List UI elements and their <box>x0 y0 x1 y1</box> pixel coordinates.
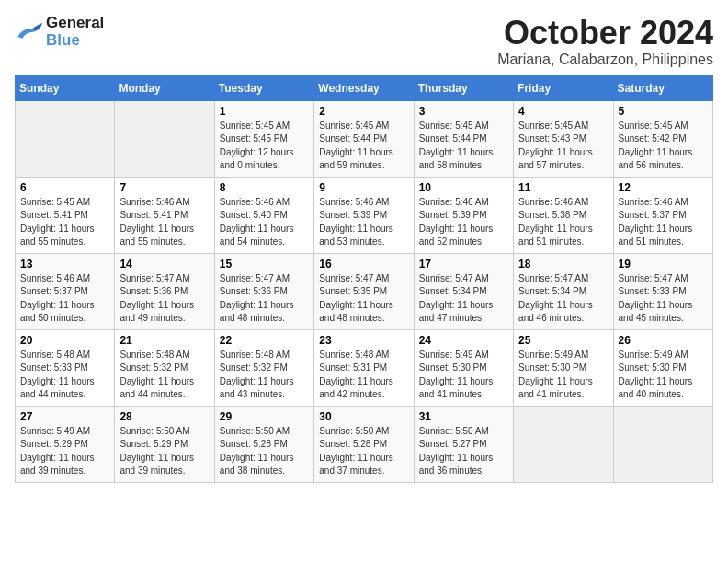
day-info: Sunrise: 5:49 AMSunset: 5:30 PMDaylight:… <box>619 349 708 402</box>
day-info: Sunrise: 5:48 AMSunset: 5:31 PMDaylight:… <box>319 349 408 402</box>
calendar-day-cell: 27Sunrise: 5:49 AMSunset: 5:29 PMDayligh… <box>16 406 115 482</box>
calendar-day-cell: 14Sunrise: 5:47 AMSunset: 5:36 PMDayligh… <box>115 253 214 329</box>
daylight-text: Daylight: 11 hours and 53 minutes. <box>319 224 393 247</box>
day-number: 31 <box>419 410 508 423</box>
calendar-day-cell: 30Sunrise: 5:50 AMSunset: 5:28 PMDayligh… <box>314 406 414 482</box>
daylight-text: Daylight: 11 hours and 52 minutes. <box>419 224 494 247</box>
day-info: Sunrise: 5:45 AMSunset: 5:45 PMDaylight:… <box>220 120 309 173</box>
calendar-day-cell <box>613 406 712 482</box>
calendar-day-cell: 29Sunrise: 5:50 AMSunset: 5:28 PMDayligh… <box>214 406 313 482</box>
sunset-text: Sunset: 5:35 PM <box>319 286 387 296</box>
sunrise-text: Sunrise: 5:47 AM <box>619 273 688 283</box>
daylight-text: Daylight: 11 hours and 42 minutes. <box>319 376 393 400</box>
day-number: 1 <box>220 105 309 118</box>
calendar-day-cell: 13Sunrise: 5:46 AMSunset: 5:37 PMDayligh… <box>16 253 115 329</box>
sunset-text: Sunset: 5:44 PM <box>319 133 387 144</box>
sunrise-text: Sunrise: 5:45 AM <box>319 121 389 131</box>
calendar-day-cell: 12Sunrise: 5:46 AMSunset: 5:37 PMDayligh… <box>613 177 712 253</box>
sunset-text: Sunset: 5:27 PM <box>419 439 487 449</box>
day-number: 6 <box>20 181 109 194</box>
calendar-week-row: 1Sunrise: 5:45 AMSunset: 5:45 PMDaylight… <box>16 100 713 177</box>
calendar-header-cell: Saturday <box>613 75 712 100</box>
daylight-text: Daylight: 11 hours and 49 minutes. <box>119 300 194 324</box>
calendar-day-cell <box>514 406 613 482</box>
day-info: Sunrise: 5:46 AMSunset: 5:38 PMDaylight:… <box>518 196 608 249</box>
sunset-text: Sunset: 5:41 PM <box>20 210 88 220</box>
daylight-text: Daylight: 12 hours and 0 minutes. <box>220 147 294 171</box>
daylight-text: Daylight: 11 hours and 48 minutes. <box>319 300 393 324</box>
sunrise-text: Sunrise: 5:48 AM <box>319 350 389 360</box>
daylight-text: Daylight: 11 hours and 38 minutes. <box>220 453 294 477</box>
sunset-text: Sunset: 5:33 PM <box>20 362 88 373</box>
daylight-text: Daylight: 11 hours and 59 minutes. <box>319 147 393 171</box>
calendar-week-row: 27Sunrise: 5:49 AMSunset: 5:29 PMDayligh… <box>16 406 713 482</box>
sunset-text: Sunset: 5:37 PM <box>20 286 88 296</box>
sunset-text: Sunset: 5:44 PM <box>419 133 487 144</box>
sunset-text: Sunset: 5:32 PM <box>220 362 288 373</box>
sunrise-text: Sunrise: 5:46 AM <box>119 197 189 207</box>
day-info: Sunrise: 5:50 AMSunset: 5:27 PMDaylight:… <box>419 425 508 478</box>
day-info: Sunrise: 5:46 AMSunset: 5:39 PMDaylight:… <box>419 196 508 249</box>
sunrise-text: Sunrise: 5:49 AM <box>619 350 688 360</box>
daylight-text: Daylight: 11 hours and 39 minutes. <box>20 453 95 477</box>
sunrise-text: Sunrise: 5:46 AM <box>419 197 489 207</box>
sunrise-text: Sunrise: 5:48 AM <box>20 350 90 360</box>
sunrise-text: Sunrise: 5:47 AM <box>419 273 489 283</box>
month-title: October 2024 <box>497 15 713 52</box>
calendar-day-cell: 31Sunrise: 5:50 AMSunset: 5:27 PMDayligh… <box>414 406 513 482</box>
sunrise-text: Sunrise: 5:50 AM <box>119 426 189 436</box>
calendar-day-cell: 3Sunrise: 5:45 AMSunset: 5:44 PMDaylight… <box>414 100 513 177</box>
day-info: Sunrise: 5:46 AMSunset: 5:37 PMDaylight:… <box>20 272 109 326</box>
sunset-text: Sunset: 5:40 PM <box>220 210 288 220</box>
daylight-text: Daylight: 11 hours and 57 minutes. <box>518 147 593 171</box>
daylight-text: Daylight: 11 hours and 43 minutes. <box>220 376 294 400</box>
day-info: Sunrise: 5:48 AMSunset: 5:32 PMDaylight:… <box>220 349 309 402</box>
day-info: Sunrise: 5:46 AMSunset: 5:40 PMDaylight:… <box>220 196 309 249</box>
sunrise-text: Sunrise: 5:46 AM <box>220 197 290 207</box>
calendar-week-row: 6Sunrise: 5:45 AMSunset: 5:41 PMDaylight… <box>16 177 713 253</box>
sunrise-text: Sunrise: 5:50 AM <box>220 426 290 436</box>
day-info: Sunrise: 5:46 AMSunset: 5:37 PMDaylight:… <box>619 196 708 249</box>
calendar-week-row: 20Sunrise: 5:48 AMSunset: 5:33 PMDayligh… <box>16 329 713 406</box>
daylight-text: Daylight: 11 hours and 56 minutes. <box>619 147 693 171</box>
daylight-text: Daylight: 11 hours and 50 minutes. <box>20 300 95 324</box>
calendar-day-cell: 28Sunrise: 5:50 AMSunset: 5:29 PMDayligh… <box>115 406 214 482</box>
day-number: 12 <box>619 181 708 194</box>
calendar-day-cell: 24Sunrise: 5:49 AMSunset: 5:30 PMDayligh… <box>414 329 513 406</box>
calendar-day-cell: 19Sunrise: 5:47 AMSunset: 5:33 PMDayligh… <box>613 253 712 329</box>
daylight-text: Daylight: 11 hours and 47 minutes. <box>419 300 494 324</box>
day-info: Sunrise: 5:47 AMSunset: 5:36 PMDaylight:… <box>220 272 309 326</box>
calendar-day-cell: 16Sunrise: 5:47 AMSunset: 5:35 PMDayligh… <box>314 253 414 329</box>
calendar-day-cell: 17Sunrise: 5:47 AMSunset: 5:34 PMDayligh… <box>414 253 513 329</box>
sunset-text: Sunset: 5:28 PM <box>220 439 288 449</box>
day-number: 29 <box>220 410 309 423</box>
day-number: 26 <box>619 334 708 347</box>
day-number: 25 <box>518 334 608 347</box>
calendar-day-cell: 6Sunrise: 5:45 AMSunset: 5:41 PMDaylight… <box>16 177 115 253</box>
sunset-text: Sunset: 5:34 PM <box>419 286 487 296</box>
calendar-body: 1Sunrise: 5:45 AMSunset: 5:45 PMDaylight… <box>16 100 713 482</box>
sunset-text: Sunset: 5:33 PM <box>619 286 687 296</box>
calendar-day-cell: 2Sunrise: 5:45 AMSunset: 5:44 PMDaylight… <box>314 100 414 177</box>
day-number: 5 <box>619 105 708 118</box>
day-number: 14 <box>119 258 209 270</box>
sunset-text: Sunset: 5:29 PM <box>119 439 188 449</box>
day-number: 4 <box>518 105 608 118</box>
sunset-text: Sunset: 5:37 PM <box>619 210 687 220</box>
calendar-day-cell: 25Sunrise: 5:49 AMSunset: 5:30 PMDayligh… <box>514 329 613 406</box>
day-number: 22 <box>220 334 309 347</box>
day-number: 9 <box>319 181 408 194</box>
day-number: 30 <box>319 410 408 423</box>
sunrise-text: Sunrise: 5:45 AM <box>518 121 588 131</box>
calendar-day-cell: 7Sunrise: 5:46 AMSunset: 5:41 PMDaylight… <box>115 177 214 253</box>
day-info: Sunrise: 5:45 AMSunset: 5:44 PMDaylight:… <box>319 120 408 173</box>
sunrise-text: Sunrise: 5:46 AM <box>20 273 90 283</box>
sunset-text: Sunset: 5:43 PM <box>518 133 586 144</box>
daylight-text: Daylight: 11 hours and 55 minutes. <box>20 224 95 247</box>
calendar-header-cell: Wednesday <box>314 75 414 100</box>
daylight-text: Daylight: 11 hours and 41 minutes. <box>518 376 593 400</box>
day-info: Sunrise: 5:50 AMSunset: 5:28 PMDaylight:… <box>220 425 309 478</box>
sunset-text: Sunset: 5:38 PM <box>518 210 586 220</box>
calendar-header-row: SundayMondayTuesdayWednesdayThursdayFrid… <box>16 75 713 100</box>
sunrise-text: Sunrise: 5:48 AM <box>119 350 189 360</box>
